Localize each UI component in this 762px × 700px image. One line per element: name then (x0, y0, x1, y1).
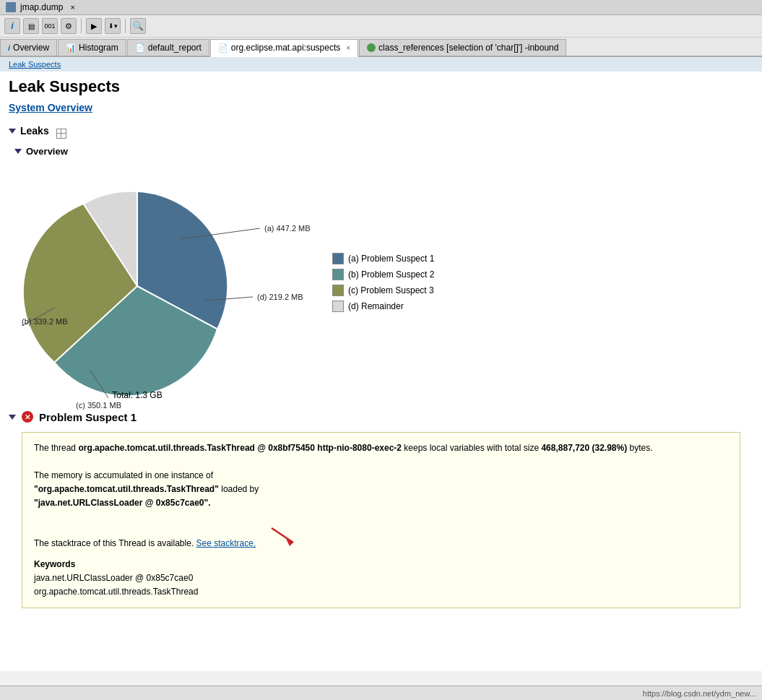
title-bar: jmap.dump × (0, 0, 762, 15)
pie-label-a: (a) 447.2 MB (264, 224, 311, 233)
tab-suspects-close[interactable]: × (346, 44, 350, 52)
tab-histogram-icon: 📊 (66, 43, 76, 53)
suspect1-keywords-label: Keywords (34, 558, 728, 571)
problem1-collapse-icon (9, 415, 16, 420)
legend-label-d: (d) Remainder (348, 301, 404, 311)
pie-chart-svg: (a) 447.2 MB (b) 339.2 MB (c) 350.1 MB (… (14, 167, 260, 391)
legend-item-a: (a) Problem Suspect 1 (332, 253, 434, 264)
title-label: jmap.dump (20, 2, 63, 12)
suspect1-desc1-pre: The thread (34, 443, 78, 453)
tab-report-label: default_report (148, 43, 202, 53)
main-content: Leak Suspects Leak Suspects System Overv… (0, 57, 762, 671)
arrow-icon (264, 524, 300, 550)
tab-overview-label: Overview (13, 43, 49, 53)
tabs-bar: i Overview 📊 Histogram 📄 default_report … (0, 38, 762, 57)
tab-histogram[interactable]: 📊 Histogram (58, 39, 126, 56)
legend-swatch-c (332, 285, 344, 296)
suspect1-desc2-bold2: "java.net.URLClassLoader @ 0x85c7cae0". (34, 498, 211, 508)
chart-total: Total: 1.3 GB (14, 390, 260, 400)
overview-subsection-header[interactable]: Overview (0, 143, 762, 160)
toolbar-001-btn[interactable]: 001 (42, 18, 58, 34)
toolbar-sep1 (81, 19, 82, 33)
leaks-section-label: Leaks (20, 125, 49, 137)
tab-suspects[interactable]: 📄 org.eclipse.mat.api:suspects × (210, 39, 358, 57)
pie-label-c: (c) 350.1 MB (76, 401, 121, 410)
overview-collapse-icon (14, 149, 22, 154)
suspect1-desc1-bold2: 468,887,720 (32.98%) (541, 443, 627, 453)
suspect1-stacktrace-line: The stacktrace of this Thread is availab… (34, 524, 728, 550)
suspect1-desc2-mid: loaded by (219, 484, 259, 494)
toolbar-run-btn[interactable]: ▶ (86, 18, 102, 34)
legend-item-b: (b) Problem Suspect 2 (332, 269, 434, 280)
suspect1-keywords-section: Keywords java.net.URLClassLoader @ 0x85c… (34, 558, 728, 600)
legend-label-b: (b) Problem Suspect 2 (348, 269, 434, 280)
page-title: Leak Suspects (0, 72, 762, 99)
pie-chart-container: (a) 447.2 MB (b) 339.2 MB (c) 350.1 MB (… (14, 167, 260, 398)
system-overview-section: System Overview (0, 99, 762, 119)
pie-label-d: (d) 219.2 MB (257, 293, 303, 301)
leaks-collapse-icon (9, 129, 16, 134)
tab-class-refs[interactable]: class_references [selection of 'char[]']… (359, 39, 566, 56)
toolbar: i ▤ 001 ⚙ ▶ ⬇▾ 🔍 (0, 15, 762, 38)
toolbar-gear-btn[interactable]: ⚙ (61, 18, 77, 34)
problem1-title: Problem Suspect 1 (39, 411, 137, 423)
tab-default-report[interactable]: 📄 default_report (127, 39, 209, 56)
suspect1-desc1-bold1: org.apache.tomcat.util.threads.TaskThrea… (78, 443, 402, 453)
suspect1-stacktrace-link[interactable]: See stacktrace. (196, 538, 256, 548)
suspect1-desc2: The memory is accumulated in one instanc… (34, 469, 728, 511)
suspect1-keyword-2: org.apache.tomcat.util.threads.TaskThrea… (34, 585, 728, 599)
legend-swatch-d (332, 301, 344, 312)
tab-class-refs-label: class_references [selection of 'char[]']… (378, 43, 558, 53)
suspect1-desc2-bold1: "org.apache.tomcat.util.threads.TaskThre… (34, 484, 219, 494)
legend-label-a: (a) Problem Suspect 1 (348, 254, 434, 264)
svg-line-0 (272, 528, 293, 543)
tab-report-icon: 📄 (135, 43, 145, 53)
system-overview-link[interactable]: System Overview (9, 102, 92, 113)
title-close-icon[interactable]: × (70, 3, 74, 12)
toolbar-sep2 (125, 19, 126, 33)
tab-histogram-label: Histogram (79, 43, 118, 53)
breadcrumb: Leak Suspects (0, 57, 762, 72)
pie-label-b: (b) 339.2 MB (22, 317, 68, 326)
legend-label-c: (c) Problem Suspect 3 (348, 285, 434, 295)
toolbar-dropdown-btn[interactable]: ⬇▾ (105, 18, 121, 34)
suspect1-desc2-text: The memory is accumulated in one instanc… (34, 470, 213, 480)
toolbar-search-btn[interactable]: 🔍 (130, 18, 146, 34)
chart-area: (a) 447.2 MB (b) 339.2 MB (c) 350.1 MB (… (0, 160, 762, 405)
suspect1-desc1: The thread org.apache.tomcat.util.thread… (34, 441, 728, 455)
legend-swatch-b (332, 269, 344, 280)
legend-item-c: (c) Problem Suspect 3 (332, 285, 434, 296)
problem-suspect-1-box: The thread org.apache.tomcat.util.thread… (22, 432, 740, 609)
overview-subsection-label: Overview (26, 146, 68, 157)
toolbar-table-btn[interactable]: ▤ (23, 18, 39, 34)
breadcrumb-link[interactable]: Leak Suspects (9, 60, 61, 69)
tab-overview-icon: i (8, 43, 10, 52)
suspect1-keyword-1: java.net.URLClassLoader @ 0x85c7cae0 (34, 571, 728, 585)
suspect1-desc1-end: bytes. (627, 443, 652, 453)
tab-suspects-label: org.eclipse.mat.api:suspects (231, 43, 340, 53)
tab-class-refs-icon (367, 43, 376, 52)
tab-suspects-icon: 📄 (218, 43, 228, 53)
legend-swatch-a (332, 253, 344, 264)
leaks-grid-icon (56, 124, 66, 139)
leaks-section-header[interactable]: Leaks (0, 119, 762, 143)
toolbar-info-btn[interactable]: i (4, 18, 20, 34)
app-icon (6, 2, 16, 12)
tab-overview[interactable]: i Overview (0, 39, 57, 56)
legend-item-d: (d) Remainder (332, 301, 434, 312)
chart-legend: (a) Problem Suspect 1 (b) Problem Suspec… (332, 253, 434, 312)
suspect1-stacktrace-text: The stacktrace of this Thread is availab… (34, 538, 194, 548)
problem1-error-icon: ✕ (22, 411, 33, 423)
suspect1-desc1-post: keeps local variables with total size (402, 443, 541, 453)
